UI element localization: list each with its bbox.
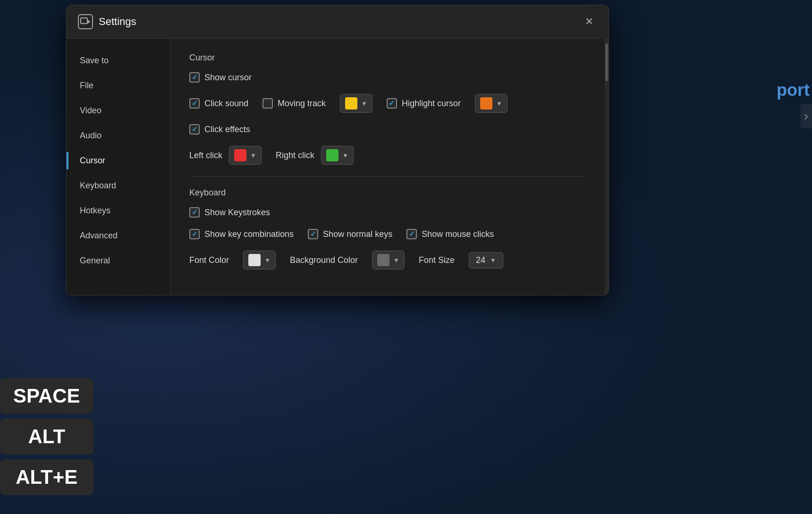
keyboard-section-title: Keyboard	[189, 188, 586, 198]
left-click-label: Left click ▼	[189, 146, 262, 165]
show-mouse-clicks-check-box[interactable]	[406, 229, 417, 239]
show-keystrokes-check-box[interactable]	[189, 207, 200, 218]
highlight-cursor-color-swatch	[480, 97, 492, 110]
show-cursor-row: Show cursor	[189, 72, 586, 83]
background-color-swatch	[377, 254, 389, 266]
highlight-cursor-checkbox[interactable]: Highlight cursor	[387, 98, 461, 109]
dialog-title-left: Settings	[78, 14, 136, 29]
highlight-cursor-dropdown-arrow: ▼	[496, 100, 502, 107]
right-click-dropdown-arrow: ▼	[342, 152, 348, 159]
svg-rect-0	[81, 18, 87, 24]
space-key: SPACE	[0, 378, 93, 414]
moving-track-color-dropdown[interactable]: ▼	[340, 94, 372, 113]
font-size-dropdown[interactable]: 24 ▼	[469, 252, 503, 269]
settings-dialog: Settings ✕ Save to File Video Audio Curs…	[66, 5, 609, 295]
font-size-value: 24	[476, 255, 485, 265]
show-cursor-checkbox[interactable]: Show cursor	[189, 72, 252, 83]
font-size-dropdown-arrow: ▼	[490, 257, 496, 264]
left-click-color-swatch	[234, 149, 246, 161]
show-normal-keys-checkbox[interactable]: Show normal keys	[308, 229, 392, 239]
right-arrow: ›	[800, 104, 812, 128]
sidebar-item-keyboard[interactable]: Keyboard	[67, 173, 170, 198]
click-effects-check-box[interactable]	[189, 124, 200, 135]
right-click-color-dropdown[interactable]: ▼	[321, 146, 354, 165]
show-key-combinations-check-box[interactable]	[189, 229, 200, 239]
moving-track-checkbox[interactable]: Moving track	[262, 98, 326, 109]
sidebar-item-hotkeys[interactable]: Hotkeys	[67, 198, 170, 223]
highlight-cursor-check-box[interactable]	[387, 98, 397, 109]
show-key-combinations-checkbox[interactable]: Show key combinations	[189, 229, 294, 239]
font-size-label: Font Size	[419, 255, 455, 265]
svg-marker-1	[88, 20, 90, 24]
show-keystrokes-checkbox[interactable]: Show Keystrokes	[189, 207, 270, 218]
font-color-dropdown[interactable]: ▼	[243, 251, 276, 270]
sidebar-item-advanced[interactable]: Advanced	[67, 223, 170, 248]
keyboard-options-row: Show key combinations Show normal keys S…	[189, 229, 586, 239]
right-click-label: Right click ▼	[276, 146, 354, 165]
moving-track-check-box[interactable]	[262, 98, 273, 109]
background-color-dropdown-arrow: ▼	[393, 257, 399, 264]
sidebar-item-video[interactable]: Video	[67, 98, 170, 123]
click-sound-row: Click sound Moving track ▼ Highlight cur…	[189, 94, 586, 113]
show-mouse-clicks-checkbox[interactable]: Show mouse clicks	[406, 229, 494, 239]
left-click-dropdown-arrow: ▼	[250, 152, 256, 159]
background-color-label: Background Color	[290, 255, 358, 265]
click-sound-check-box[interactable]	[189, 98, 200, 109]
font-color-label: Font Color	[189, 255, 229, 265]
keyboard-overlay: SPACE ALT ALT+E	[0, 378, 93, 495]
sidebar-item-file[interactable]: File	[67, 73, 170, 98]
screen-record-icon	[78, 14, 93, 29]
main-content: Cursor Show cursor Click sound Moving tr…	[170, 39, 605, 295]
font-color-swatch	[248, 254, 261, 266]
right-edge-text: port	[774, 76, 812, 105]
show-normal-keys-check-box[interactable]	[308, 229, 318, 239]
dialog-body: Save to File Video Audio Cursor Keyboard…	[67, 39, 609, 295]
section-divider	[189, 176, 586, 177]
dialog-titlebar: Settings ✕	[67, 5, 609, 39]
sidebar-item-general[interactable]: General	[67, 248, 170, 273]
left-click-color-dropdown[interactable]: ▼	[229, 146, 262, 165]
scrollbar-thumb[interactable]	[605, 43, 608, 81]
right-click-color-swatch	[326, 149, 338, 161]
font-color-dropdown-arrow: ▼	[264, 257, 271, 264]
alt-key: ALT	[0, 419, 93, 455]
show-cursor-check-box[interactable]	[189, 72, 200, 83]
dialog-scrollbar[interactable]	[605, 39, 609, 295]
click-effects-row: Click effects	[189, 124, 586, 135]
sidebar: Save to File Video Audio Cursor Keyboard…	[67, 39, 170, 295]
click-sound-checkbox[interactable]: Click sound	[189, 98, 248, 109]
font-settings-row: Font Color ▼ Background Color ▼ Font Siz…	[189, 251, 586, 270]
sidebar-item-save-to[interactable]: Save to	[67, 48, 170, 73]
close-button[interactable]: ✕	[581, 14, 597, 30]
click-colors-row: Left click ▼ Right click ▼	[189, 146, 586, 165]
moving-track-color-swatch	[345, 97, 357, 110]
click-effects-checkbox[interactable]: Click effects	[189, 124, 250, 135]
dialog-title: Settings	[99, 16, 136, 28]
cursor-section-title: Cursor	[189, 53, 586, 63]
alt-e-key: ALT+E	[0, 459, 93, 495]
sidebar-item-cursor[interactable]: Cursor	[67, 148, 170, 173]
highlight-cursor-color-dropdown[interactable]: ▼	[475, 94, 507, 113]
show-keystrokes-row: Show Keystrokes	[189, 207, 586, 218]
sidebar-item-audio[interactable]: Audio	[67, 123, 170, 148]
background-color-dropdown[interactable]: ▼	[372, 251, 405, 270]
moving-track-dropdown-arrow: ▼	[361, 100, 367, 107]
